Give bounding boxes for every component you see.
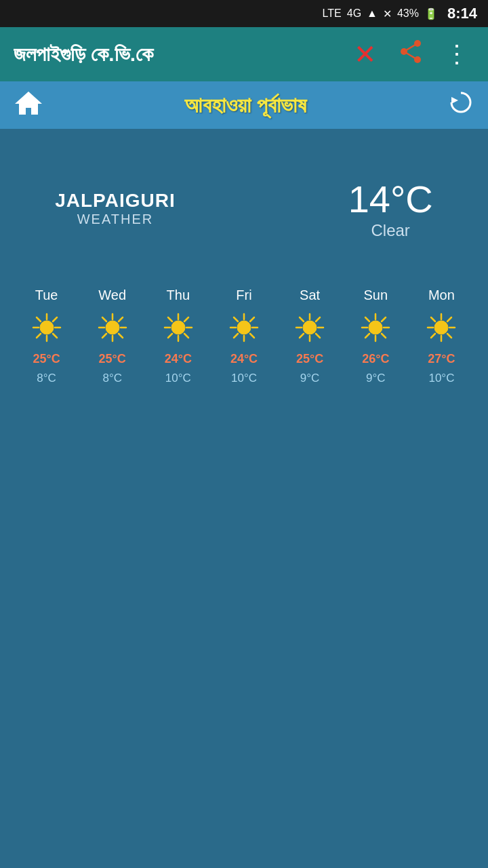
svg-line-3 [404,43,418,52]
share-button[interactable] [393,37,428,73]
location-name: JALPAIGURI [55,190,176,212]
svg-line-57 [365,317,369,321]
svg-line-40 [250,334,254,338]
time-display: 8:14 [447,5,477,22]
forecast-day: Sat 25°C9°C [277,288,343,385]
svg-line-14 [53,317,57,321]
svg-line-12 [37,317,41,321]
location-block: JALPAIGURI WEATHER [55,190,176,227]
svg-point-34 [237,321,251,334]
forecast-day: Fri 24°C10°C [211,288,277,385]
app-title: জলপাইগুড়ি কে.ভি.কে [14,43,338,66]
app-bar: জলপাইগুড়ি কে.ভি.কে ✕ ⋮ [0,27,488,81]
svg-line-50 [316,317,320,321]
svg-line-67 [447,334,451,338]
menu-button[interactable]: ⋮ [439,37,474,71]
battery-icon: 🔋 [424,7,438,20]
nav-bar: আবহাওয়া পূর্বাভাষ [0,81,488,129]
status-bar: LTE 4G ▲ ✕ 43% 🔋 8:14 [0,0,488,27]
nav-title: আবহাওয়া পূর্বাভাষ [184,93,306,118]
forecast-high-temp: 24°C [165,352,192,366]
forecast-grid: Tue 25°C8°CWed 25°C8°CThu [14,288,474,385]
forecast-day-name: Thu [167,288,190,303]
svg-line-58 [382,334,386,338]
svg-line-13 [53,334,57,338]
forecast-low-temp: 9°C [300,372,320,385]
svg-line-33 [168,334,172,338]
forecast-day-name: Sat [300,288,320,303]
forecast-high-temp: 26°C [362,352,389,366]
refresh-button[interactable] [447,89,474,122]
lte-icon: LTE [323,7,342,20]
current-temperature: 14°C [348,177,433,221]
forecast-sun-icon [359,311,392,347]
network-icon: 4G [347,7,361,20]
close-button[interactable]: ✕ [348,36,382,73]
forecast-day-name: Mon [428,288,455,303]
svg-point-25 [171,321,185,334]
forecast-sun-icon [425,311,458,347]
current-weather-icon [231,170,292,247]
temp-block: 14°C Clear [348,177,433,240]
forecast-high-temp: 24°C [230,352,258,366]
svg-marker-5 [15,92,42,115]
forecast-low-temp: 9°C [366,372,386,385]
signal-icon: ▲ [367,7,378,20]
svg-line-39 [234,317,238,321]
forecast-day: Mon 27°C10°C [409,288,474,385]
forecast-sun-icon [96,311,129,347]
svg-line-66 [431,317,435,321]
svg-line-60 [365,334,369,338]
forecast-low-temp: 8°C [102,372,122,385]
forecast-section: Tue 25°C8°CWed 25°C8°CThu [14,281,474,392]
forecast-sun-icon [228,311,260,347]
svg-point-61 [434,321,448,334]
forecast-day-name: Sun [363,288,388,303]
signal-x-icon: ✕ [383,7,392,20]
forecast-low-temp: 10°C [231,372,257,385]
forecast-day: Thu 24°C10°C [145,288,211,385]
svg-line-15 [37,334,41,338]
forecast-low-temp: 8°C [37,372,56,385]
forecast-day: Tue 25°C8°C [14,288,79,385]
svg-point-43 [303,321,317,334]
svg-point-16 [106,321,119,334]
forecast-day-name: Wed [98,288,126,303]
forecast-high-temp: 25°C [33,352,60,366]
svg-line-69 [431,334,435,338]
svg-line-41 [250,317,254,321]
svg-line-31 [184,334,188,338]
svg-line-32 [184,317,188,321]
location-subtitle: WEATHER [55,212,176,227]
svg-line-4 [404,52,418,60]
home-button[interactable] [14,89,43,122]
svg-line-68 [447,317,451,321]
svg-line-24 [102,334,106,338]
forecast-sun-icon [162,311,195,347]
main-content: JALPAIGURI WEATHER 14°C Clear Tue [0,129,488,406]
forecast-day-name: Fri [236,288,251,303]
svg-line-30 [168,317,172,321]
current-condition: Clear [348,221,433,240]
forecast-high-temp: 25°C [296,352,323,366]
forecast-day: Wed 25°C8°C [79,288,145,385]
forecast-low-temp: 10°C [165,372,191,385]
svg-point-52 [369,321,382,334]
forecast-day-name: Tue [35,288,58,303]
svg-line-23 [119,317,123,321]
current-weather: JALPAIGURI WEATHER 14°C Clear [14,149,474,267]
svg-line-22 [119,334,123,338]
svg-line-48 [300,317,304,321]
svg-line-59 [382,317,386,321]
svg-line-49 [316,334,320,338]
forecast-day: Sun 26°C9°C [343,288,409,385]
svg-point-7 [40,321,54,334]
svg-line-21 [102,317,106,321]
forecast-high-temp: 27°C [428,352,455,366]
forecast-sun-icon [293,311,326,347]
forecast-high-temp: 25°C [99,352,126,366]
battery-text: 43% [397,7,419,20]
svg-marker-6 [451,97,458,104]
svg-line-51 [300,334,304,338]
forecast-sun-icon [30,311,63,347]
